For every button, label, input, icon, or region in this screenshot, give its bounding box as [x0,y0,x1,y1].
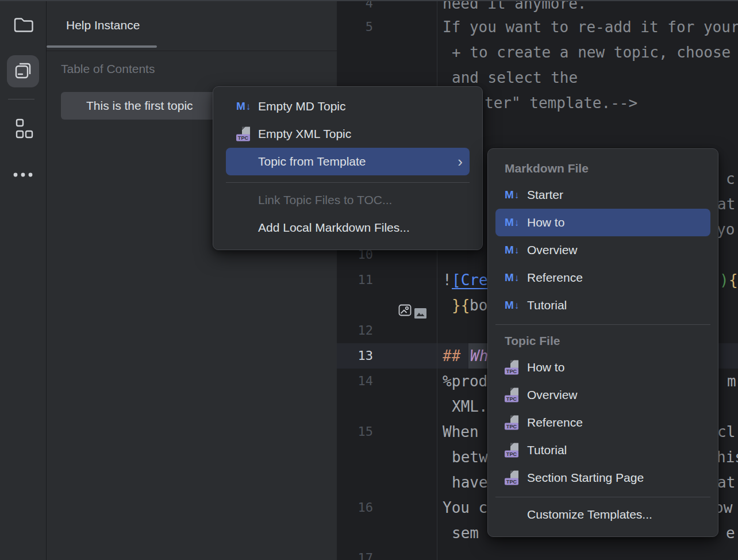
topic-file-icon: TPC [505,471,519,485]
submenu-item-md-tutorial[interactable]: M↓Tutorial [495,291,710,319]
line-number: 11 [337,267,373,293]
submenu-item-tpc-section-starting-page[interactable]: TPCSection Starting Page [495,464,710,492]
submenu-item-tpc-tutorial[interactable]: TPCTutorial [495,436,710,464]
menu-item-label: Section Starting Page [527,471,644,485]
submenu-separator [495,324,710,325]
code-token: ## [443,343,460,369]
code-token: betw [452,444,488,470]
code-token: at [717,470,735,495]
line-number: 4 [337,0,373,16]
toc-item-label: This is the first topic [86,92,193,120]
stripe-divider [8,99,34,99]
code-token: XML. [452,394,488,419]
menu-item-label: How to [527,216,564,229]
code-token: [Cre [452,267,488,293]
submenu-item-md-starter[interactable]: M↓Starter [495,181,710,209]
menu-item-label: Empty XML Topic [258,127,351,141]
code-token: If you want to re-add it for your [443,14,738,40]
ide-window: Help Instance Table of Contents [0,0,738,560]
code-token: e [726,520,735,546]
line-number: 16 [337,495,373,520]
code-token: bo [470,293,487,318]
submenu-header-markdown-file: Markdown File [505,156,718,181]
menu-item-label: Reference [527,271,583,285]
stripe-structure-button[interactable] [7,114,39,146]
line-number: 14 [337,369,373,394]
tool-stripe [0,0,47,560]
menu-item-label: Empty MD Topic [258,99,346,113]
line-number: 13 [337,343,373,369]
code-token: { [729,267,738,293]
markdown-file-icon: M↓ [505,216,522,229]
menu-item-label: Overview [527,388,578,402]
markdown-file-icon: M↓ [236,100,253,113]
submenu-item-md-reference[interactable]: M↓Reference [495,264,710,291]
code-line: 17 [337,546,738,560]
code-token: m [727,369,736,394]
submenu-chevron-icon: › [458,154,463,169]
topic-file-icon: TPC [505,360,519,375]
code-token: You c [443,495,487,520]
code-token: }{ [452,293,470,318]
topic-file-icon: TPC [236,127,251,141]
line-number: 15 [337,419,373,444]
code-line: + to create a new topic, choose [337,40,738,65]
menu-separator [226,182,470,183]
topic-file-icon: TPC [505,388,519,402]
code-token: sem [452,520,479,546]
menu-item-topic-from-template[interactable]: Topic from Template› [226,148,470,175]
menu-item-label: Link Topic Files to TOC... [258,193,392,207]
line-number: 12 [337,318,373,343]
menu-item-tpc-empty-xml-topic[interactable]: TPCEmpty XML Topic [226,120,470,148]
markdown-file-icon: M↓ [505,244,522,256]
code-line: 5If you want to re-add it for your [337,14,738,40]
code-token: + to create a new topic, choose [452,40,731,65]
markdown-file-icon: M↓ [505,299,522,312]
panel-header: Help Instance [47,0,337,51]
markdown-file-icon: M↓ [505,271,522,284]
code-token: his [717,444,738,470]
menu-item-label: Customize Templates... [527,508,652,521]
tab-indicator [47,45,157,48]
template-submenu: Markdown FileM↓StarterM↓How toM↓Overview… [487,148,718,537]
code-token: Wh [468,343,490,369]
menu-item-label: Add Local Markdown Files... [258,221,410,235]
submenu-item-tpc-overview[interactable]: TPCOverview [495,381,710,409]
topic-file-icon: TPC [505,443,519,458]
code-token: ter" template.--> [485,90,637,116]
menu-item-link-topic-files-to-toc[interactable]: Link Topic Files to TOC... [226,186,470,214]
add-topic-menu: M↓Empty MD TopicTPCEmpty XML TopicTopic … [213,86,483,250]
topics-icon [13,60,33,83]
code-token: yo [717,217,735,242]
submenu-item-md-overview[interactable]: M↓Overview [495,236,710,264]
code-token: c [726,166,735,191]
code-token: When [443,419,479,444]
menu-item-label: Tutorial [527,443,567,457]
topic-file-icon: TPC [505,416,519,430]
stripe-topics-button[interactable] [7,55,39,87]
submenu-item-customize-templates[interactable]: Customize Templates... [495,501,710,528]
submenu-item-tpc-reference[interactable]: TPCReference [495,409,710,436]
line-number: 17 [337,546,373,560]
toc-label: Table of Contents [61,51,155,87]
submenu-header-topic-file: Topic File [505,328,718,354]
folder-icon [12,13,34,37]
more-icon [11,170,34,181]
structure-icon [13,117,33,143]
menu-item-add-local-markdown-files[interactable]: Add Local Markdown Files... [226,214,470,241]
submenu-item-md-how-to[interactable]: M↓How to [495,209,710,236]
menu-item-label: How to [527,360,564,374]
window-top-border [0,0,738,1]
menu-item-label: Starter [527,188,563,202]
submenu-separator [495,497,710,497]
menu-item-md-empty-md-topic[interactable]: M↓Empty MD Topic [226,93,470,120]
code-token: at [717,191,735,217]
menu-item-label: Reference [527,416,583,429]
code-token: cl [717,419,735,444]
code-token: %prod [443,369,487,394]
stripe-project-button[interactable] [7,9,39,41]
toc-panel: Help Instance Table of Contents [47,0,337,560]
submenu-item-tpc-how-to[interactable]: TPCHow to [495,354,710,381]
menu-item-label: Tutorial [527,298,567,312]
stripe-more-button[interactable] [7,159,39,191]
